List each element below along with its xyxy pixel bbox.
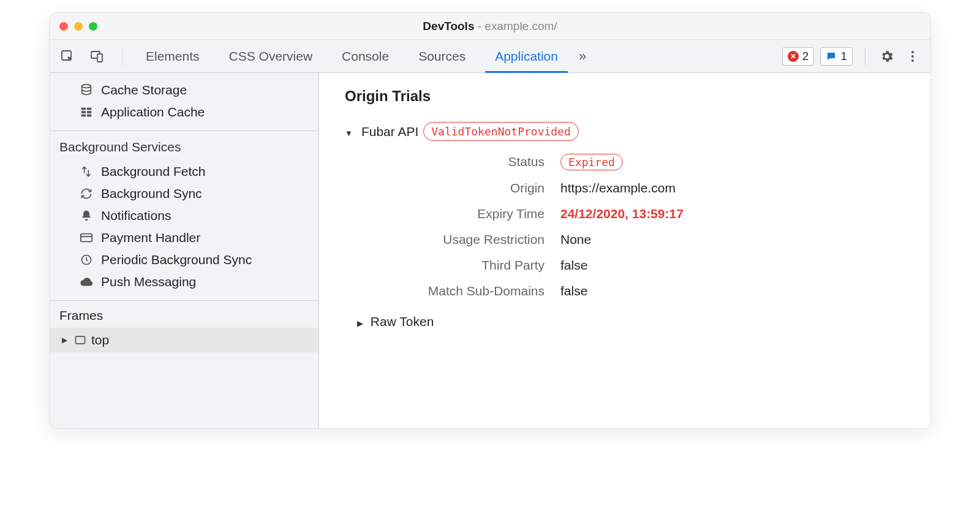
sidebar-item-label: Background Fetch xyxy=(101,164,205,179)
tab-elements[interactable]: Elements xyxy=(131,40,214,72)
error-icon: ✕ xyxy=(788,51,799,62)
svg-rect-15 xyxy=(76,336,85,344)
sidebar-item-background-sync[interactable]: Background Sync xyxy=(50,183,318,205)
error-count-badge[interactable]: ✕ 2 xyxy=(782,47,815,66)
tab-console[interactable]: Console xyxy=(327,40,404,72)
tab-label: Console xyxy=(342,49,389,64)
chevron-double-right-icon: » xyxy=(579,48,586,64)
separator xyxy=(865,48,865,65)
error-count: 2 xyxy=(802,50,809,63)
svg-point-6 xyxy=(82,85,91,88)
device-toolbar-icon[interactable] xyxy=(88,47,106,66)
panel-body: Cache Storage Application Cache Backgrou… xyxy=(50,73,930,428)
value-third-party: false xyxy=(560,258,905,273)
label-expiry: Expiry Time xyxy=(367,206,545,221)
sidebar-item-payment-handler[interactable]: Payment Handler xyxy=(50,227,318,249)
sidebar-item-label: Background Sync xyxy=(101,186,202,201)
svg-rect-13 xyxy=(81,234,92,242)
application-sidebar: Cache Storage Application Cache Backgrou… xyxy=(50,73,319,428)
svg-rect-9 xyxy=(81,111,86,113)
cloud-icon xyxy=(79,275,94,289)
devtools-window: DevTools - example.com/ Elements CSS Ove… xyxy=(49,12,931,429)
tab-label: Application xyxy=(495,49,558,64)
titlebar: DevTools - example.com/ xyxy=(50,13,930,40)
tab-sources[interactable]: Sources xyxy=(404,40,480,72)
sidebar-item-application-cache[interactable]: Application Cache xyxy=(50,101,318,123)
sidebar-item-label: Cache Storage xyxy=(101,83,187,97)
kebab-menu-icon[interactable] xyxy=(903,47,922,66)
value-expiry: 24/12/2020, 13:59:17 xyxy=(560,206,905,221)
origin-trial-row[interactable]: Fubar API ValidTokenNotProvided xyxy=(345,122,905,141)
frame-row-top[interactable]: ▶ top xyxy=(50,328,318,352)
disclosure-triangle-icon: ▶ xyxy=(62,336,69,344)
disclosure-triangle-right-icon xyxy=(357,314,367,328)
svg-point-5 xyxy=(911,59,914,62)
sidebar-frames-section: Frames ▶ top xyxy=(50,300,318,352)
svg-rect-10 xyxy=(87,111,91,113)
inspect-element-icon[interactable] xyxy=(58,47,77,66)
tab-label: Sources xyxy=(418,49,466,64)
console-status-badges: ✕ 2 1 xyxy=(782,47,853,66)
window-zoom-button[interactable] xyxy=(89,22,97,31)
value-usage-restriction: None xyxy=(560,232,905,247)
frame-icon xyxy=(74,334,86,346)
status-badge: Expired xyxy=(560,154,623,170)
tab-application[interactable]: Application xyxy=(480,40,573,72)
traffic-lights xyxy=(59,22,97,31)
svg-rect-12 xyxy=(87,115,91,117)
settings-icon[interactable] xyxy=(878,47,896,66)
app-name: DevTools xyxy=(423,20,474,32)
window-title: DevTools - example.com/ xyxy=(423,20,557,33)
svg-rect-2 xyxy=(97,54,102,62)
sidebar-item-cache-storage[interactable]: Cache Storage xyxy=(50,79,318,101)
panel-heading: Origin Trials xyxy=(345,88,905,105)
more-tabs-button[interactable]: » xyxy=(573,40,592,72)
database-icon xyxy=(79,83,94,97)
tab-css-overview[interactable]: CSS Overview xyxy=(214,40,328,72)
raw-token-label: Raw Token xyxy=(371,314,434,328)
token-status-badge: ValidTokenNotProvided xyxy=(423,122,579,141)
label-usage-restriction: Usage Restriction xyxy=(367,232,545,247)
inspected-url: example.com/ xyxy=(484,20,557,32)
svg-point-4 xyxy=(911,55,914,58)
frame-label: top xyxy=(91,333,109,347)
sidebar-group-frames: Frames xyxy=(50,301,318,328)
sidebar-item-label: Push Messaging xyxy=(101,275,196,289)
sidebar-item-label: Payment Handler xyxy=(101,230,200,245)
credit-card-icon xyxy=(79,231,94,244)
value-match-subdomains: false xyxy=(560,284,905,298)
trial-name: Fubar API xyxy=(361,124,418,139)
sidebar-item-notifications[interactable]: Notifications xyxy=(50,205,318,227)
label-third-party: Third Party xyxy=(367,258,545,273)
origin-trials-panel: Origin Trials Fubar API ValidTokenNotPro… xyxy=(319,73,930,428)
value-status: Expired xyxy=(560,154,905,170)
disclosure-triangle-down-icon xyxy=(345,124,356,139)
separator xyxy=(122,48,123,65)
issues-icon xyxy=(826,51,837,62)
sidebar-item-periodic-sync[interactable]: Periodic Background Sync xyxy=(50,249,318,271)
label-origin: Origin xyxy=(367,181,545,195)
svg-rect-8 xyxy=(87,108,91,110)
tab-label: Elements xyxy=(146,49,200,64)
svg-point-3 xyxy=(911,51,914,53)
window-minimize-button[interactable] xyxy=(74,22,83,31)
issues-count-badge[interactable]: 1 xyxy=(820,47,853,66)
sidebar-group-background-services: Background Services xyxy=(50,131,318,161)
title-sep: - xyxy=(474,20,484,32)
sidebar-item-background-fetch[interactable]: Background Fetch xyxy=(50,161,318,183)
sidebar-item-push-messaging[interactable]: Push Messaging xyxy=(50,271,318,293)
sidebar-item-label: Notifications xyxy=(101,208,171,223)
bell-icon xyxy=(79,210,94,222)
raw-token-row[interactable]: Raw Token xyxy=(357,314,905,329)
tabbar-left-tools xyxy=(58,47,127,66)
label-match-subdomains: Match Sub-Domains xyxy=(367,284,545,298)
trial-details-table: Status Expired Origin https://example.co… xyxy=(367,154,905,298)
grid-icon xyxy=(79,105,94,119)
issues-count: 1 xyxy=(840,50,847,63)
devtools-tabbar: Elements CSS Overview Console Sources Ap… xyxy=(50,40,930,73)
tab-label: CSS Overview xyxy=(229,49,313,64)
window-close-button[interactable] xyxy=(59,22,68,31)
tabbar-right-tools: ✕ 2 1 xyxy=(782,47,922,66)
transfer-icon xyxy=(79,165,94,178)
sidebar-item-label: Application Cache xyxy=(101,105,205,119)
